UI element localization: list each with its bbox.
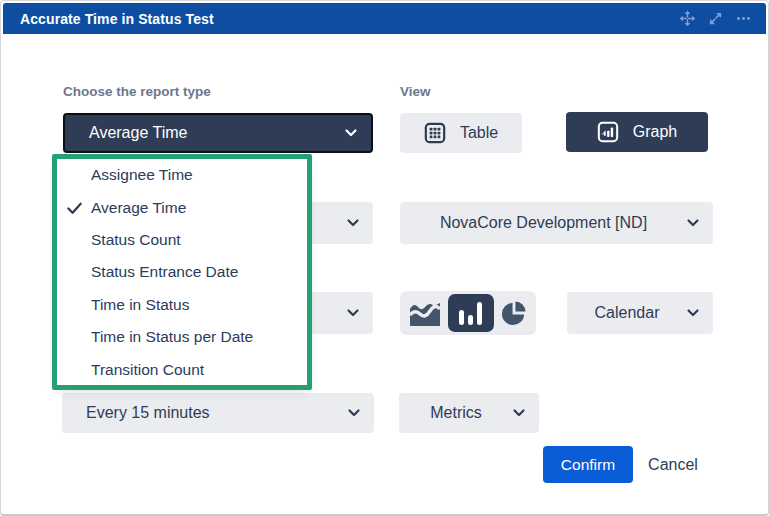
view-graph-label: Graph [633,123,677,141]
chevron-down-icon [512,406,526,420]
view-graph-button[interactable]: Graph [566,112,708,152]
project-value: NovaCore Development [ND] [440,214,647,232]
report-type-value: Average Time [89,124,187,142]
chevron-down-icon [686,306,700,320]
dialog-header: Accurate Time in Status Test [3,3,766,34]
menu-option[interactable]: Status Entrance Date [57,256,307,288]
chevron-down-icon [344,126,358,140]
chevron-down-icon [686,216,700,230]
menu-option[interactable]: Assignee Time [57,159,307,191]
calendar-value: Calendar [595,304,660,322]
interval-value: Every 15 minutes [86,404,210,422]
menu-option-label: Status Count [91,231,181,249]
move-icon[interactable] [679,10,696,27]
report-type-menu: Assignee Time Average Time Status Count … [57,159,307,386]
table-icon [424,122,446,144]
menu-option-label: Assignee Time [91,166,193,184]
calendar-select[interactable]: Calendar [567,292,713,334]
project-select[interactable]: NovaCore Development [ND] [400,202,713,244]
check-icon [65,198,84,217]
dialog-title: Accurate Time in Status Test [20,11,214,27]
chevron-down-icon [347,406,361,420]
view-label: View [400,84,431,99]
cancel-button[interactable]: Cancel [639,446,707,483]
view-table-label: Table [460,124,498,142]
menu-option-label: Transition Count [91,361,204,379]
menu-option[interactable]: Transition Count [57,354,307,386]
metrics-value: Metrics [430,404,482,422]
area-chart-icon[interactable] [409,299,441,327]
menu-option[interactable]: Status Count [57,224,307,256]
expand-icon[interactable] [707,10,724,27]
bar [477,302,482,325]
header-icons [679,10,752,27]
gadget-dialog: Accurate Time in Status Test Choose the … [0,0,769,516]
menu-option-label: Time in Status per Date [91,328,253,346]
menu-option[interactable]: Time in Status per Date [57,321,307,353]
confirm-button[interactable]: Confirm [543,446,633,483]
graph-icon [597,121,619,143]
chart-type-group [400,291,536,335]
more-icon[interactable] [735,10,752,27]
report-type-select[interactable]: Average Time [63,113,373,153]
pie-chart-icon[interactable] [500,300,527,327]
chevron-down-icon [346,306,360,320]
menu-option[interactable]: Time in Status [57,289,307,321]
view-table-button[interactable]: Table [400,113,522,153]
bar-chart-icon[interactable] [448,294,494,332]
report-type-label: Choose the report type [63,84,211,99]
bar [459,310,464,325]
menu-option-label: Status Entrance Date [91,263,238,281]
menu-option-label: Average Time [91,199,186,217]
chevron-down-icon [346,216,360,230]
menu-option-label: Time in Status [91,296,190,314]
menu-option-selected[interactable]: Average Time [57,191,307,223]
bar [468,315,473,325]
interval-select[interactable]: Every 15 minutes [62,393,374,433]
metrics-select[interactable]: Metrics [399,393,539,433]
